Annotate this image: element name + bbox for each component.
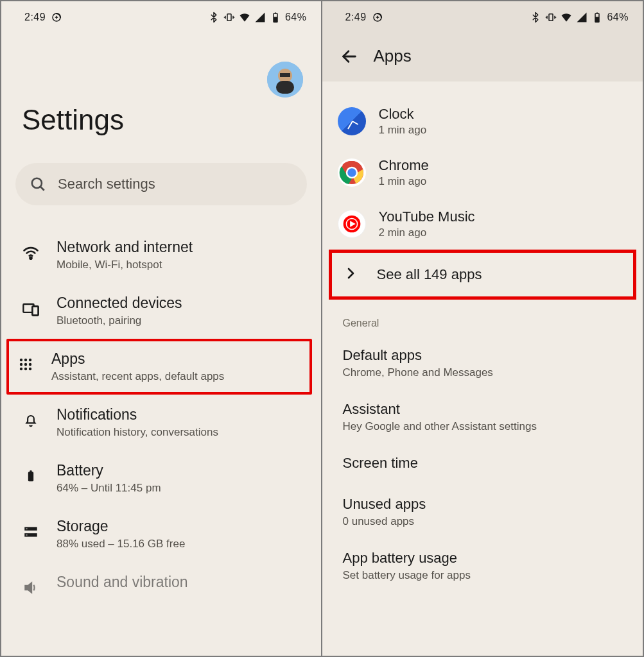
item-title: Connected devices — [57, 294, 300, 312]
svg-point-9 — [32, 178, 42, 188]
svg-rect-8 — [280, 73, 290, 77]
app-sub: 1 min ago — [379, 175, 429, 188]
settings-item-storage[interactable]: Storage 88% used – 15.16 GB free — [12, 506, 307, 562]
signal-icon — [576, 12, 587, 23]
svg-point-11 — [30, 257, 31, 259]
entry-app-battery-usage[interactable]: App battery usage Set battery usage for … — [331, 541, 634, 588]
settings-item-battery[interactable]: Battery 64% – Until 11:45 pm — [12, 450, 307, 506]
svg-rect-28 — [26, 529, 27, 529]
status-bar: 2:49 64% — [1, 1, 321, 30]
youtube-music-app-icon — [338, 210, 366, 238]
settings-screen: 2:49 64% Settings Search settings — [0, 0, 322, 657]
settings-item-connected-devices[interactable]: Connected devices Bluetooth, pairing — [12, 283, 307, 339]
entry-sub: Hey Google and other Assistant settings — [343, 420, 634, 433]
app-sub: 2 min ago — [379, 226, 475, 239]
entry-default-apps[interactable]: Default apps Chrome, Phone and Messages — [331, 338, 634, 392]
entry-title: App battery usage — [343, 550, 634, 567]
svg-rect-31 — [549, 14, 553, 21]
page-title: Settings — [1, 98, 321, 163]
bell-icon — [19, 409, 42, 432]
item-title: Network and internet — [57, 239, 300, 256]
entry-sub: Set battery usage for apps — [343, 569, 634, 582]
clock-app-icon — [338, 107, 366, 135]
topbar: Apps — [322, 30, 643, 81]
settings-item-sound[interactable]: Sound and vibration — [12, 562, 307, 611]
settings-item-apps[interactable]: Apps Assistant, recent apps, default app… — [6, 339, 312, 395]
entry-title: Default apps — [343, 347, 634, 364]
svg-rect-25 — [30, 470, 31, 472]
signal-icon — [254, 12, 266, 23]
item-sub: Mobile, Wi-Fi, hotspot — [57, 259, 300, 271]
recent-app-chrome[interactable]: Chrome 1 min ago — [331, 147, 634, 198]
vibrate-icon — [223, 12, 235, 23]
sound-icon — [19, 576, 42, 599]
entry-screen-time[interactable]: Screen time — [331, 446, 634, 487]
svg-line-10 — [40, 187, 44, 191]
see-all-apps[interactable]: See all 149 apps — [329, 250, 637, 300]
settings-item-notifications[interactable]: Notifications Notification history, conv… — [12, 395, 307, 450]
entry-unused-apps[interactable]: Unused apps 0 unused apps — [331, 487, 634, 541]
item-sub: 88% used – 15.16 GB free — [57, 538, 300, 550]
svg-rect-34 — [596, 13, 598, 14]
app-sub: 1 min ago — [379, 124, 427, 137]
page-title: Apps — [374, 46, 412, 66]
svg-rect-33 — [595, 17, 599, 22]
svg-rect-24 — [28, 472, 33, 481]
chevron-right-icon — [340, 266, 361, 284]
item-title: Storage — [57, 518, 300, 535]
svg-rect-1 — [227, 14, 231, 21]
svg-point-18 — [20, 363, 22, 366]
data-saver-icon — [51, 12, 62, 23]
devices-icon — [19, 297, 42, 320]
svg-point-21 — [20, 368, 22, 370]
wifi-icon — [239, 12, 250, 23]
svg-point-17 — [29, 359, 31, 361]
item-title: Sound and vibration — [57, 574, 300, 591]
vibrate-icon — [545, 12, 557, 23]
back-button[interactable] — [340, 47, 358, 65]
item-sub: 64% – Until 11:45 pm — [57, 482, 300, 495]
status-time: 2:49 — [24, 12, 46, 23]
entry-sub: 0 unused apps — [343, 515, 634, 528]
status-battery-pct: 64% — [285, 12, 307, 23]
status-time: 2:49 — [345, 12, 367, 23]
entry-title: Screen time — [343, 455, 634, 472]
svg-point-19 — [24, 363, 27, 366]
storage-icon — [19, 520, 42, 543]
entry-sub: Chrome, Phone and Messages — [343, 366, 634, 379]
svg-rect-13 — [32, 307, 38, 316]
svg-rect-3 — [274, 17, 277, 22]
svg-point-23 — [29, 368, 31, 370]
settings-item-network[interactable]: Network and internet Mobile, Wi-Fi, hots… — [12, 227, 307, 283]
svg-rect-29 — [26, 534, 27, 535]
recent-app-youtube-music[interactable]: YouTube Music 2 min ago — [331, 198, 634, 250]
item-sub: Notification history, conversations — [57, 426, 300, 439]
status-battery-pct: 64% — [607, 12, 629, 23]
app-title: Clock — [379, 106, 427, 123]
search-icon — [30, 176, 46, 192]
battery-icon — [270, 12, 281, 23]
apps-screen: 2:49 64% Apps Clock 1 min ago — [322, 0, 645, 657]
battery-icon — [591, 12, 603, 23]
item-title: Notifications — [57, 406, 300, 423]
item-sub: Bluetooth, pairing — [57, 314, 300, 327]
svg-point-22 — [24, 368, 27, 370]
app-title: Chrome — [379, 157, 429, 174]
profile-avatar[interactable] — [267, 62, 303, 98]
wifi-icon — [561, 12, 572, 23]
svg-rect-4 — [275, 13, 276, 14]
recent-app-clock[interactable]: Clock 1 min ago — [331, 96, 634, 147]
bluetooth-icon — [530, 12, 541, 23]
entry-title: Unused apps — [343, 496, 634, 513]
item-title: Apps — [51, 350, 306, 368]
search-settings[interactable]: Search settings — [15, 163, 307, 205]
search-placeholder: Search settings — [58, 176, 155, 192]
app-title: YouTube Music — [379, 209, 475, 225]
section-general: General — [331, 300, 634, 338]
item-sub: Assistant, recent apps, default apps — [51, 370, 306, 383]
entry-assistant[interactable]: Assistant Hey Google and other Assistant… — [331, 392, 634, 446]
status-bar: 2:49 64% — [322, 1, 643, 30]
svg-rect-7 — [276, 81, 294, 94]
wifi-icon — [19, 241, 42, 264]
svg-point-20 — [29, 363, 31, 366]
